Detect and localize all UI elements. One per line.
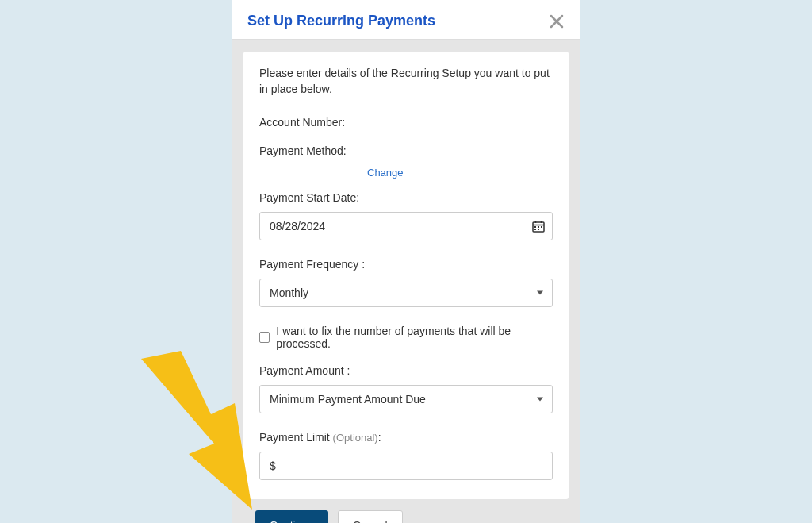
- limit-input[interactable]: [259, 452, 553, 480]
- change-link[interactable]: Change: [367, 167, 404, 179]
- form-card: Please enter details of the Recurring Se…: [243, 52, 569, 499]
- caret-down-icon: [537, 398, 543, 402]
- buttons-row: Continue Cancel: [243, 499, 569, 523]
- limit-colon: :: [378, 431, 381, 444]
- limit-label-text: Payment Limit: [259, 431, 333, 444]
- payment-method-label: Payment Method:: [259, 144, 347, 157]
- close-icon[interactable]: [549, 13, 565, 29]
- svg-rect-6: [534, 226, 536, 228]
- limit-optional-hint: (Optional): [333, 432, 378, 444]
- amount-select-wrapper: [259, 385, 553, 413]
- continue-button[interactable]: Continue: [255, 510, 328, 523]
- start-date-wrapper: [259, 212, 553, 240]
- frequency-label: Payment Frequency :: [259, 258, 553, 271]
- amount-select[interactable]: [259, 385, 553, 413]
- limit-label: Payment Limit (Optional):: [259, 431, 553, 444]
- fix-payments-checkbox[interactable]: [259, 332, 270, 343]
- modal-body: Please enter details of the Recurring Se…: [232, 40, 580, 523]
- modal-header: Set Up Recurring Payments: [232, 0, 580, 40]
- start-date-label: Payment Start Date:: [259, 191, 553, 204]
- intro-text: Please enter details of the Recurring Se…: [259, 66, 553, 97]
- svg-rect-7: [538, 226, 539, 228]
- modal-title: Set Up Recurring Payments: [247, 13, 435, 29]
- account-number-label: Account Number:: [259, 116, 345, 129]
- svg-rect-10: [538, 229, 539, 230]
- payment-method-field: Payment Method:: [259, 144, 553, 157]
- recurring-payments-modal: Set Up Recurring Payments Please enter d…: [232, 0, 580, 523]
- fix-payments-label: I want to fix the number of payments tha…: [276, 325, 553, 350]
- account-number-field: Account Number:: [259, 116, 553, 129]
- frequency-select-wrapper: [259, 279, 553, 307]
- calendar-icon[interactable]: [532, 220, 545, 233]
- amount-label: Payment Amount :: [259, 364, 553, 377]
- frequency-select[interactable]: [259, 279, 553, 307]
- fix-payments-row: I want to fix the number of payments tha…: [259, 325, 553, 350]
- svg-rect-8: [541, 226, 542, 228]
- caret-down-icon: [537, 291, 543, 295]
- start-date-input[interactable]: [259, 212, 553, 240]
- svg-rect-9: [534, 229, 536, 230]
- cancel-button[interactable]: Cancel: [338, 510, 403, 523]
